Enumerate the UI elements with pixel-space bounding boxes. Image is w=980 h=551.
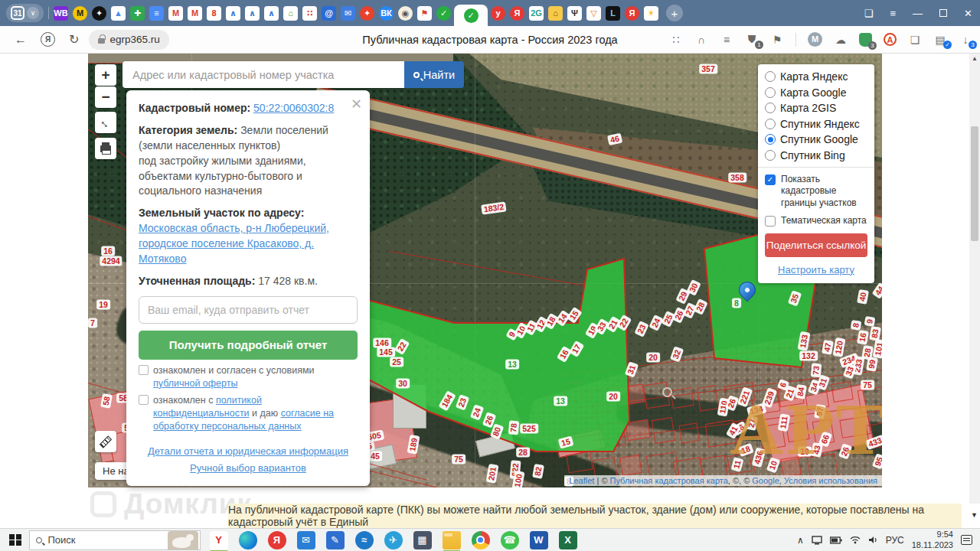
parcel-label[interactable]: 13	[505, 360, 519, 370]
refresh-button[interactable]: ↻	[69, 32, 79, 47]
taskbar-app-calculator[interactable]: ▦	[413, 531, 432, 549]
taskbar-app-yandex-app[interactable]: Я	[268, 531, 286, 549]
parcel-label[interactable]: 75	[861, 380, 874, 390]
close-icon[interactable]: ✕	[351, 95, 362, 115]
volume-icon[interactable]	[868, 536, 878, 544]
checked-checkbox-icon[interactable]: ✓	[765, 174, 776, 185]
cadastral-borders-row[interactable]: ✓ Показать кадастровые границы участков	[765, 174, 867, 210]
parcel-label[interactable]: 25	[390, 357, 403, 367]
taskbar-app-openoffice[interactable]: ≈	[355, 531, 374, 549]
yandex-home-icon[interactable]: Я	[41, 32, 55, 47]
home-yellow-icon[interactable]: ⌂	[548, 6, 563, 21]
terms-link[interactable]: Условия использования	[784, 476, 877, 485]
share-link-button[interactable]: Поделиться ссылкой	[765, 233, 867, 257]
taskbar-app-telegram[interactable]: ✈	[384, 531, 403, 549]
search-input[interactable]	[122, 61, 404, 88]
adguard-icon[interactable]: A	[884, 33, 897, 46]
minimize-button[interactable]: —	[913, 8, 923, 19]
taskbar-app-chrome[interactable]	[472, 531, 490, 549]
ruler-button[interactable]	[95, 431, 116, 452]
bookmark-flag-icon[interactable]: ⚑	[770, 34, 784, 46]
display-icon[interactable]	[812, 536, 822, 545]
eight-red-icon[interactable]: 8	[207, 6, 221, 21]
emblem-icon[interactable]: ◉	[398, 6, 413, 21]
layer-option-1[interactable]: Карта Яндекс	[765, 70, 867, 83]
m-yellow-icon[interactable]: М	[73, 6, 87, 21]
parcel-label[interactable]: 357	[699, 64, 717, 74]
layer-option-6[interactable]: Спутник Bing	[765, 149, 867, 161]
page-scrollbar[interactable]: ▲	[969, 54, 980, 504]
parcel-label[interactable]: 13	[554, 396, 567, 406]
parcel-label[interactable]: 30	[396, 379, 410, 389]
profile-m-icon[interactable]: M	[808, 32, 822, 47]
search-button[interactable]: Найти	[404, 61, 464, 88]
taskbar-app-whatsapp[interactable]: ☎	[501, 531, 519, 549]
home-green-icon[interactable]: ⌂	[283, 6, 298, 21]
dots-grid-icon[interactable]: ∷	[302, 6, 317, 21]
parcel-label[interactable]: 7	[88, 318, 97, 328]
parcel-label[interactable]: 8	[851, 320, 862, 331]
2gis-icon[interactable]: 2G	[529, 6, 544, 21]
radio-icon[interactable]	[765, 119, 776, 129]
close-button[interactable]: ✕	[964, 8, 972, 19]
green-shield-icon[interactable]: 3	[859, 33, 872, 47]
shield-icon[interactable]: ⛊1	[745, 33, 759, 46]
layer-option-4[interactable]: Спутник Яндекс	[765, 118, 867, 130]
triangle-icon[interactable]: ▽	[586, 6, 601, 21]
parcel-label[interactable]: 9	[864, 316, 876, 327]
layer-option-5[interactable]: Спутник Google	[765, 133, 867, 145]
l-black-icon[interactable]: L	[606, 6, 620, 21]
battery-icon[interactable]	[830, 536, 842, 544]
google-link[interactable]: Google	[752, 476, 779, 485]
scroll-down-icon[interactable]: ▼	[971, 511, 978, 519]
language-indicator[interactable]: РУС	[886, 535, 904, 546]
zoom-in-button[interactable]: +	[95, 64, 116, 86]
vk-icon[interactable]: ВК	[379, 6, 394, 21]
layer-option-2[interactable]: Карта Google	[765, 86, 867, 99]
headphones-icon[interactable]: ∩	[694, 34, 708, 46]
configure-map-link[interactable]: Настроить карту	[765, 264, 867, 276]
active-tab[interactable]: ✓	[454, 5, 488, 26]
clock[interactable]: 9:54 18.11.2023	[912, 530, 953, 551]
spark-red-icon[interactable]: ✦	[360, 6, 374, 21]
parcel-label[interactable]: 20	[606, 392, 620, 402]
address-link[interactable]: Московская область, р-н Люберецкий, горо…	[139, 222, 329, 265]
taskbar-app-yandex-browser[interactable]: Y	[210, 531, 228, 549]
thematic-map-row[interactable]: Тематическая карта	[765, 215, 867, 227]
pkk-link[interactable]: Публичная кадастровая карта	[610, 476, 728, 485]
map-pin-icon[interactable]: ⚑	[417, 6, 432, 21]
radio-icon[interactable]	[765, 87, 776, 98]
docs-icon[interactable]: ≡	[149, 6, 164, 21]
at-mail-icon[interactable]: @	[322, 6, 336, 21]
menu-icon[interactable]: ≡	[890, 8, 897, 19]
privacy-checkbox[interactable]	[139, 395, 149, 405]
sun-icon[interactable]: ☀	[644, 6, 658, 21]
print-button[interactable]	[95, 138, 116, 159]
gmail-icon-1[interactable]: M	[168, 6, 183, 21]
sparkle-black-icon[interactable]: ✦	[92, 6, 106, 21]
peaks-blue-icon-1[interactable]: ∧	[226, 6, 240, 21]
taskbar-search[interactable]: Поиск	[29, 530, 201, 550]
envelope-blue-icon[interactable]: ✉	[341, 6, 355, 21]
green-check-icon-1[interactable]: ✓	[436, 6, 451, 21]
gmail-icon-2[interactable]: M	[188, 6, 202, 21]
offer-link[interactable]: публичной оферты	[153, 378, 237, 389]
taskbar-app-excel[interactable]: X	[559, 531, 577, 549]
u-red-icon[interactable]: у	[491, 6, 505, 21]
offer-checkbox[interactable]	[139, 365, 149, 375]
layer-option-3[interactable]: Карта 2GIS	[765, 102, 867, 114]
reader-icon[interactable]: ≡	[720, 34, 733, 46]
tray-expand-icon[interactable]: ∧	[797, 535, 804, 546]
green-plus-icon[interactable]: ✚	[130, 6, 145, 21]
back-button[interactable]: ←	[15, 33, 27, 47]
chevron-down-icon[interactable]: ∨	[27, 7, 39, 19]
taskbar-app-explorer[interactable]	[443, 531, 461, 549]
parcel-label[interactable]: 16	[101, 246, 115, 256]
taskbar-app-mail-app[interactable]: ✉	[297, 531, 315, 549]
parcel-label[interactable]: 75	[452, 455, 466, 465]
email-field[interactable]	[139, 296, 358, 324]
fern-icon[interactable]: Ψ	[567, 6, 582, 21]
parcel-label[interactable]: 28	[516, 448, 530, 458]
parcel-label[interactable]: 4294	[100, 256, 122, 266]
zoom-out-button[interactable]: −	[95, 86, 116, 108]
